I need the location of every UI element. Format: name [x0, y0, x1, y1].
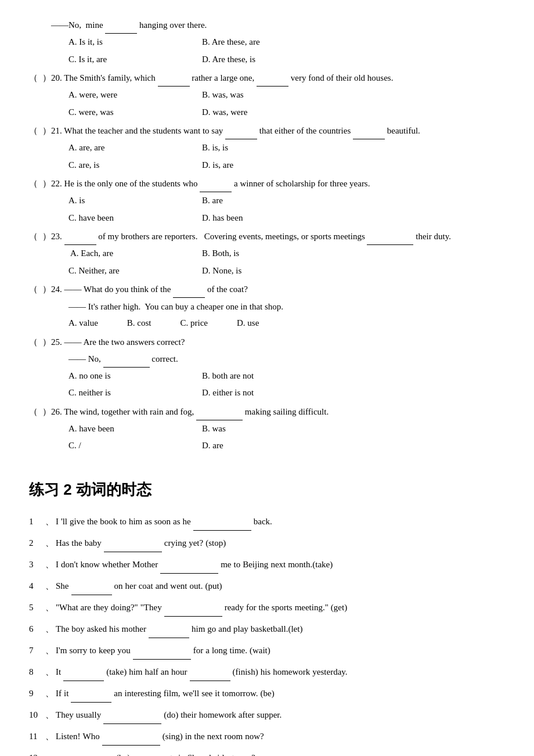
q22-block: （ ） 22. He is the only one of the studen… [29, 176, 505, 225]
option-a: A. Each, are [68, 246, 196, 261]
ex2-row-9: 9 、 If it an interesting film, we'll see… [29, 685, 505, 703]
q20-paren: （ ） [29, 71, 51, 86]
option-a: A. have been [68, 422, 196, 437]
section2-title: 练习 2 动词的时态 [29, 477, 505, 502]
q23-paren: （ ） [29, 229, 51, 244]
ex2-row-11: 11 、 Listen! Who (sing) in the next room… [29, 728, 505, 746]
option-b: B. are [202, 193, 330, 208]
ex2-row-12: 12 、 (be) your parents in Shanghai last … [29, 749, 505, 756]
ex2-row-3: 3 、 I don't know whether Mother me to Be… [29, 556, 505, 574]
q22-paren: （ ） [29, 177, 51, 192]
option-b: B. both are not [202, 369, 330, 384]
option-b: B. was, was [202, 88, 330, 103]
ex2-row-8: 8 、 It (take) him half an hour (finish) … [29, 663, 505, 681]
q21-paren: （ ） [29, 124, 51, 139]
option-d: D. either is not [202, 386, 330, 401]
option-a: A. Is it, is [68, 35, 196, 50]
option-d: D. was, were [202, 105, 330, 120]
option-c: C. / [68, 438, 196, 453]
ex2-row-7: 7 、 I'm sorry to keep you for a long tim… [29, 642, 505, 660]
q26-block: （ ） 26. The wind, together with rain and… [29, 404, 505, 453]
option-c: C. are, is [68, 158, 196, 173]
ex2-row-10: 10 、 They usually (do) their homework af… [29, 706, 505, 724]
option-c: C. Is it, are [68, 52, 196, 67]
option-d: D. is, are [202, 158, 330, 173]
option-c: C. were, was [68, 105, 196, 120]
option-d: D. use [237, 316, 259, 331]
q26-paren: （ ） [29, 405, 51, 420]
option-d: D. are [202, 438, 330, 453]
q21-block: （ ） 21. What the teacher and the student… [29, 123, 505, 172]
option-b: B. Are these, are [202, 35, 330, 50]
option-c: C. neither is [68, 386, 196, 401]
q23-block: （ ） 23. of my brothers are reporters. Co… [29, 229, 505, 278]
ex2-row-1: 1 、 I 'll give the book to him as soon a… [29, 513, 505, 531]
q25-paren: （ ） [29, 335, 51, 350]
option-a: A. are, are [68, 141, 196, 156]
ex2-row-6: 6 、 The boy asked his mother him go and … [29, 620, 505, 638]
ex2-row-5: 5 、 "What are they doing?" "They ready f… [29, 599, 505, 617]
q24-block: （ ） 24. —— What do you think of the of t… [29, 282, 505, 331]
option-c: C. Neither, are [68, 264, 196, 279]
option-d: D. has been [202, 211, 330, 226]
option-a: A. no one is [68, 369, 196, 384]
option-b: B. is, is [202, 141, 330, 156]
option-a: A. value [68, 316, 98, 331]
q25-block: （ ） 25. —— Are the two answers correct? … [29, 334, 505, 401]
option-d: D. Are these, is [202, 52, 330, 67]
ex2-row-4: 4 、 She on her coat and went out. (put) [29, 577, 505, 595]
q20-block: （ ） 20. The Smith's family, which rather… [29, 70, 505, 120]
option-b: B. was [202, 422, 330, 437]
option-c: C. have been [68, 211, 196, 226]
option-b: B. cost [127, 316, 151, 331]
option-a: A. were, were [68, 88, 196, 103]
q24-paren: （ ） [29, 282, 51, 297]
intro-line: ——No, mine hanging over there. A. Is it,… [29, 17, 505, 67]
option-c: C. price [181, 316, 208, 331]
option-a: A. is [68, 193, 196, 208]
option-b: B. Both, is [202, 246, 330, 261]
ex2-row-2: 2 、 Has the baby crying yet? (stop) [29, 534, 505, 552]
option-d: D. None, is [202, 264, 330, 279]
exercise2-section: 1 、 I 'll give the book to him as soon a… [29, 513, 505, 756]
